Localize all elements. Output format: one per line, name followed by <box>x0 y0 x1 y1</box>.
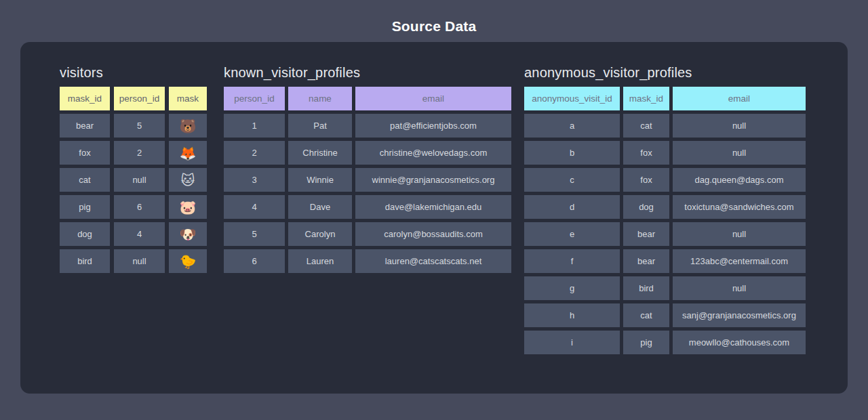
cell-email-row5: lauren@catscatscats.net <box>355 249 511 273</box>
cell-person_id-row1: 2 <box>224 141 285 165</box>
cell-anonymous_visit_id-row2: c <box>524 168 620 192</box>
source-data-panel: visitors mask_idperson_idmaskbear5🐻fox2🦊… <box>20 42 848 394</box>
column-header-anonymous_visit_id: anonymous_visit_id <box>524 87 620 110</box>
mask-emoji-cell: 🐻 <box>169 114 207 138</box>
table-grid-visitors: mask_idperson_idmaskbear5🐻fox2🦊catnull🐱p… <box>60 87 207 273</box>
cell-mask_id-row1: fox <box>623 141 669 165</box>
cell-mask_id-row5: bear <box>623 249 669 273</box>
cell-email-row0: null <box>673 114 806 138</box>
cell-email-row3: toxictuna@sandwiches.com <box>673 195 806 219</box>
cell-email-row4: null <box>673 222 806 246</box>
cell-name-row4: Carolyn <box>288 222 352 246</box>
mask-emoji-cell: 🐱 <box>169 168 207 192</box>
mask-emoji-cell: 🐶 <box>169 222 207 246</box>
cell-email-row4: carolyn@bossaudits.com <box>355 222 511 246</box>
cell-anonymous_visit_id-row5: f <box>524 249 620 273</box>
table-anonymous-visitor-profiles: anonymous_visitor_profiles anonymous_vis… <box>524 65 806 354</box>
mask-emoji-cell: 🐤 <box>169 249 207 273</box>
cell-email-row2: dag.queen@dags.com <box>673 168 806 192</box>
cell-mask_id-row2: cat <box>60 168 110 192</box>
cell-name-row5: Lauren <box>288 249 352 273</box>
table-known-visitor-profiles: known_visitor_profiles person_idnameemai… <box>224 65 511 273</box>
cell-anonymous_visit_id-row7: h <box>524 303 620 327</box>
cell-email-row3: dave@lakemichigan.edu <box>355 195 511 219</box>
cell-anonymous_visit_id-row6: g <box>524 276 620 300</box>
cell-mask_id-row2: fox <box>623 168 669 192</box>
column-header-email: email <box>673 87 806 110</box>
cell-mask_id-row1: fox <box>60 141 110 165</box>
cell-email-row5: 123abc@centermail.com <box>673 249 806 273</box>
mask-emoji-cell: 🐷 <box>169 195 207 219</box>
cell-person_id-row4: 5 <box>224 222 285 246</box>
cell-email-row0: pat@efficientjobs.com <box>355 114 511 138</box>
cell-email-row1: christine@welovedags.com <box>355 141 511 165</box>
cell-mask_id-row4: dog <box>60 222 110 246</box>
cell-mask_id-row6: bird <box>623 276 669 300</box>
cell-mask_id-row3: pig <box>60 195 110 219</box>
column-header-person_id: person_id <box>224 87 285 110</box>
cell-anonymous_visit_id-row4: e <box>524 222 620 246</box>
cell-mask_id-row4: bear <box>623 222 669 246</box>
cell-mask_id-row0: cat <box>623 114 669 138</box>
cell-person_id-row3: 6 <box>114 195 165 219</box>
cell-person_id-row5: null <box>114 249 165 273</box>
table-title-known-visitor-profiles: known_visitor_profiles <box>224 65 511 80</box>
cell-email-row8: meowllo@cathouses.com <box>673 331 806 354</box>
table-title-visitors: visitors <box>60 65 207 80</box>
cell-mask_id-row5: bird <box>60 249 110 273</box>
page-title: Source Data <box>0 18 868 35</box>
cell-mask_id-row3: dog <box>623 195 669 219</box>
cell-name-row1: Christine <box>288 141 352 165</box>
cell-name-row0: Pat <box>288 114 352 138</box>
cell-anonymous_visit_id-row8: i <box>524 331 620 354</box>
cell-anonymous_visit_id-row0: a <box>524 114 620 138</box>
column-header-mask_id: mask_id <box>60 87 110 110</box>
cell-name-row2: Winnie <box>288 168 352 192</box>
table-grid-known-visitor-profiles: person_idnameemail1Patpat@efficientjobs.… <box>224 87 511 273</box>
column-header-name: name <box>288 87 352 110</box>
column-header-email: email <box>355 87 511 110</box>
table-grid-anonymous-visitor-profiles: anonymous_visit_idmask_idemailacatnullbf… <box>524 87 806 354</box>
mask-emoji-cell: 🦊 <box>169 141 207 165</box>
cell-person_id-row0: 1 <box>224 114 285 138</box>
column-header-mask: mask <box>169 87 207 110</box>
cell-person_id-row2: null <box>114 168 165 192</box>
cell-person_id-row3: 4 <box>224 195 285 219</box>
cell-mask_id-row7: cat <box>623 303 669 327</box>
cell-email-row7: sanj@granjanacosmetics.org <box>673 303 806 327</box>
cell-person_id-row1: 2 <box>114 141 165 165</box>
cell-name-row3: Dave <box>288 195 352 219</box>
cell-person_id-row4: 4 <box>114 222 165 246</box>
cell-email-row1: null <box>673 141 806 165</box>
cell-person_id-row5: 6 <box>224 249 285 273</box>
column-header-person_id: person_id <box>114 87 165 110</box>
cell-mask_id-row0: bear <box>60 114 110 138</box>
cell-person_id-row0: 5 <box>114 114 165 138</box>
table-title-anonymous-visitor-profiles: anonymous_visitor_profiles <box>524 65 806 80</box>
cell-email-row6: null <box>673 276 806 300</box>
cell-anonymous_visit_id-row3: d <box>524 195 620 219</box>
cell-person_id-row2: 3 <box>224 168 285 192</box>
table-visitors: visitors mask_idperson_idmaskbear5🐻fox2🦊… <box>60 65 207 273</box>
cell-mask_id-row8: pig <box>623 331 669 354</box>
cell-anonymous_visit_id-row1: b <box>524 141 620 165</box>
cell-email-row2: winnie@granjanacosmetics.org <box>355 168 511 192</box>
column-header-mask_id: mask_id <box>623 87 669 110</box>
